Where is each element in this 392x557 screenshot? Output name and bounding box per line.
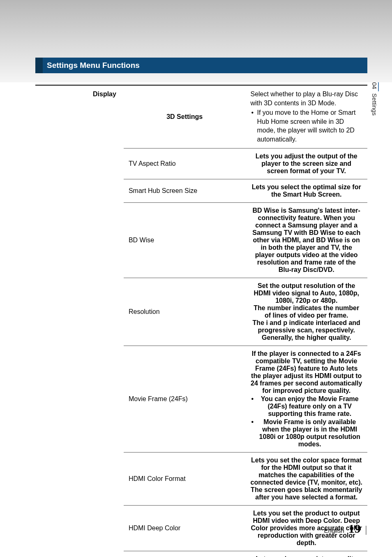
setting-name: HDMI Color Format (124, 452, 246, 505)
table-row: Display 3D Settings Select whether to pl… (35, 85, 367, 148)
setting-desc: Lets you improve picture quality when vi… (245, 551, 367, 557)
setting-desc: Set the output resolution of the HDMI vi… (245, 278, 367, 346)
page-number: 19 (348, 522, 361, 536)
setting-desc: BD Wise is Samsung's latest inter-connec… (245, 202, 367, 278)
setting-name: HDMI Deep Color (124, 505, 246, 551)
page-footer: English 19 | (324, 522, 367, 536)
category-label: Display (35, 85, 124, 557)
setting-desc: Select whether to play a Blu-ray Disc wi… (245, 85, 367, 148)
setting-desc: Lets you select the optimal size for the… (245, 179, 367, 202)
footer-language: English (324, 527, 344, 534)
bullet-item: You can enjoy the Movie Frame (24Fs) fea… (250, 395, 362, 418)
bullet-item: If you move to the Home or Smart Hub Hom… (250, 108, 362, 144)
setting-name: 3D Settings (124, 85, 246, 148)
section-header: Settings Menu Functions (35, 58, 367, 73)
setting-name: Progressive Mode (124, 551, 246, 557)
setting-name: TV Aspect Ratio (124, 148, 246, 179)
bullet-item: Movie Frame is only available when the p… (250, 418, 362, 448)
setting-desc: Lets you adjust the output of the player… (245, 148, 367, 179)
setting-name: BD Wise (124, 202, 246, 278)
section-title: Settings Menu Functions (43, 61, 140, 70)
setting-name: Movie Frame (24Fs) (124, 346, 246, 452)
setting-name: Resolution (124, 278, 246, 346)
settings-table: Display 3D Settings Select whether to pl… (35, 85, 367, 557)
setting-name: Smart Hub Screen Size (124, 179, 246, 202)
footer-bar: | (365, 524, 367, 535)
setting-desc: If the player is connected to a 24Fs com… (245, 346, 367, 452)
setting-desc: Lets you set the color space format for … (245, 452, 367, 505)
